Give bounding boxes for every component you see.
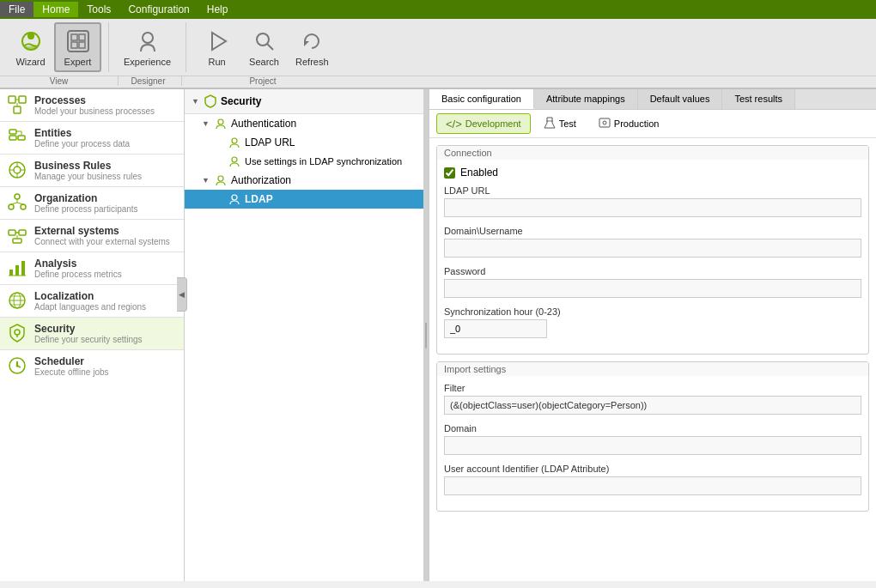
import-domain-input[interactable] bbox=[444, 436, 861, 455]
entities-icon bbox=[7, 127, 27, 148]
sidebar-item-processes[interactable]: Processes Model your business processes bbox=[0, 89, 184, 122]
localization-title: Localization bbox=[34, 290, 146, 302]
svg-rect-5 bbox=[71, 42, 77, 48]
enabled-checkbox[interactable] bbox=[444, 167, 455, 179]
svg-rect-37 bbox=[13, 239, 21, 243]
filter-field-label: Filter bbox=[444, 383, 861, 393]
domain-username-input[interactable] bbox=[444, 239, 861, 258]
sidebar-item-organization[interactable]: Organization Define process participants bbox=[0, 187, 184, 220]
menu-tools[interactable]: Tools bbox=[78, 2, 119, 17]
sidebar-item-business-rules[interactable]: Business Rules Manage your business rule… bbox=[0, 155, 184, 187]
sidebar-item-security[interactable]: Security Define your security settings bbox=[0, 318, 184, 350]
external-systems-title: External systems bbox=[34, 225, 170, 237]
business-rules-title: Business Rules bbox=[34, 160, 142, 172]
svg-point-9 bbox=[257, 33, 269, 45]
expert-icon bbox=[64, 27, 92, 55]
scheduler-desc: Execute offline jobs bbox=[34, 367, 109, 377]
svg-line-33 bbox=[17, 203, 23, 204]
tree-item-authentication[interactable]: Authentication bbox=[185, 114, 429, 133]
sync-hour-input[interactable] bbox=[444, 319, 547, 338]
production-icon bbox=[599, 117, 611, 130]
tree-panel: Security Authentication LDAP URL bbox=[185, 89, 429, 581]
enabled-label: Enabled bbox=[460, 167, 498, 179]
tree-item-ldap-url[interactable]: LDAP URL bbox=[185, 133, 429, 152]
import-section: Import settings Filter Domain User accou… bbox=[436, 361, 869, 512]
connection-section-content: Enabled LDAP URL Domain\Username Passwor… bbox=[437, 160, 868, 354]
processes-icon bbox=[7, 94, 27, 115]
tree-splitter[interactable] bbox=[423, 89, 429, 581]
menu-configuration[interactable]: Configuration bbox=[119, 2, 198, 17]
menu-help[interactable]: Help bbox=[198, 2, 237, 17]
env-production-button[interactable]: Production bbox=[589, 113, 669, 134]
processes-desc: Model your business processes bbox=[34, 106, 155, 116]
run-label: Run bbox=[208, 57, 225, 67]
scheduler-title: Scheduler bbox=[34, 355, 109, 367]
svg-rect-19 bbox=[18, 136, 25, 140]
search-button[interactable]: Search bbox=[240, 23, 288, 71]
tab-basic-configuration[interactable]: Basic configuration bbox=[429, 89, 534, 109]
filter-field-group: Filter bbox=[444, 383, 861, 415]
sync-hour-field-group: Synchronization hour (0-23) bbox=[444, 306, 861, 338]
svg-point-48 bbox=[15, 330, 20, 335]
sidebar: Processes Model your business processes … bbox=[0, 89, 185, 581]
password-input[interactable] bbox=[444, 279, 861, 298]
ldap-url-input[interactable] bbox=[444, 198, 861, 217]
ldap-url-field-label: LDAP URL bbox=[444, 185, 861, 196]
sidebar-item-localization[interactable]: Localization Adapt languages and regions bbox=[0, 285, 184, 318]
svg-point-54 bbox=[218, 119, 223, 124]
analysis-icon bbox=[7, 258, 27, 278]
user-account-input[interactable] bbox=[444, 476, 861, 495]
menu-file[interactable]: File bbox=[0, 2, 33, 17]
svg-line-32 bbox=[11, 203, 17, 204]
tree-item-authorization[interactable]: Authorization bbox=[185, 171, 429, 190]
svg-rect-34 bbox=[9, 230, 15, 235]
menu-home[interactable]: Home bbox=[33, 2, 78, 17]
connection-section-title: Connection bbox=[437, 146, 868, 160]
svg-point-7 bbox=[143, 33, 153, 43]
env-development-button[interactable]: </> Development bbox=[436, 113, 531, 134]
sidebar-item-scheduler[interactable]: Scheduler Execute offline jobs bbox=[0, 350, 184, 382]
svg-point-56 bbox=[232, 157, 237, 162]
authentication-label: Authentication bbox=[231, 118, 296, 130]
filter-input[interactable] bbox=[444, 396, 861, 415]
development-icon: </> bbox=[446, 118, 462, 130]
svg-point-61 bbox=[603, 121, 606, 124]
tab-default-values[interactable]: Default values bbox=[638, 89, 723, 109]
sidebar-item-entities[interactable]: Entities Define your process data bbox=[0, 122, 184, 155]
svg-point-58 bbox=[232, 195, 237, 200]
experience-icon bbox=[134, 27, 161, 55]
tree-item-use-settings[interactable]: Use settings in LDAP synchronization bbox=[185, 152, 429, 171]
refresh-button[interactable]: Refresh bbox=[288, 23, 337, 71]
run-button[interactable]: Run bbox=[193, 23, 240, 71]
wizard-icon bbox=[17, 27, 45, 55]
svg-rect-18 bbox=[9, 136, 16, 140]
project-section-label: Project bbox=[186, 76, 340, 86]
entities-desc: Define your process data bbox=[34, 139, 130, 149]
sidebar-item-analysis[interactable]: Analysis Define process metrics bbox=[0, 252, 184, 285]
sidebar-item-external-systems[interactable]: External systems Connect with your exter… bbox=[0, 220, 184, 252]
svg-rect-35 bbox=[19, 230, 26, 235]
experience-button[interactable]: Experience bbox=[116, 23, 179, 71]
security-expand-arrow bbox=[192, 97, 200, 106]
development-label: Development bbox=[465, 118, 521, 129]
wizard-button[interactable]: Wizard bbox=[7, 23, 54, 71]
password-field-group: Password bbox=[444, 266, 861, 298]
business-rules-desc: Manage your business rules bbox=[34, 172, 142, 181]
security-title: Security bbox=[34, 323, 143, 335]
tree-item-ldap[interactable]: LDAP bbox=[185, 190, 429, 209]
connection-section: Connection Enabled LDAP URL Domain\Usern… bbox=[436, 145, 869, 355]
content-panel: Basic configuration Attribute mappings D… bbox=[429, 89, 876, 581]
tab-test-results[interactable]: Test results bbox=[722, 89, 795, 109]
localization-desc: Adapt languages and regions bbox=[34, 302, 146, 312]
tab-attribute-mappings[interactable]: Attribute mappings bbox=[534, 89, 638, 109]
expert-button[interactable]: Expert bbox=[54, 22, 101, 72]
domain-username-field-group: Domain\Username bbox=[444, 226, 861, 258]
env-test-button[interactable]: Test bbox=[534, 113, 586, 134]
localization-icon bbox=[7, 290, 27, 311]
svg-rect-4 bbox=[79, 34, 85, 40]
password-field-label: Password bbox=[444, 266, 861, 276]
tree-item-security[interactable]: Security bbox=[185, 89, 429, 114]
svg-point-53 bbox=[16, 365, 19, 367]
sidebar-collapse-button[interactable]: ◀ bbox=[177, 277, 185, 312]
ldap-url-icon bbox=[228, 136, 241, 149]
